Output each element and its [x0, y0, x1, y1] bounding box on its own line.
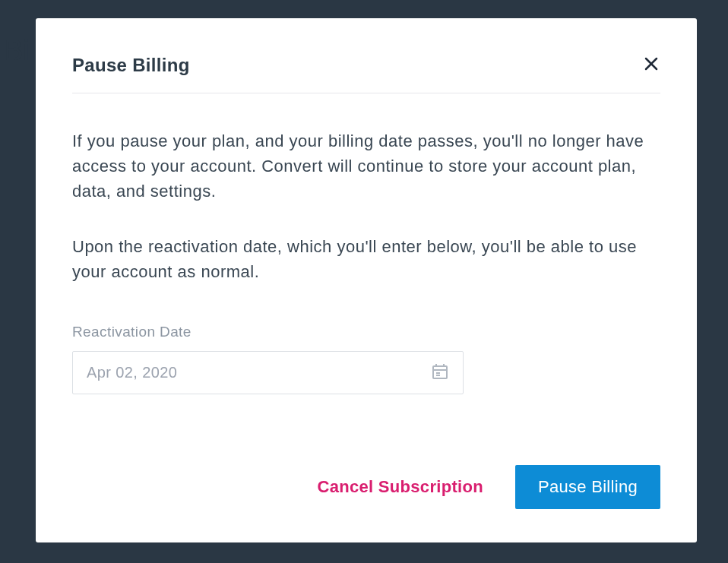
- pause-billing-button[interactable]: Pause Billing: [515, 465, 660, 509]
- reactivation-date-label: Reactivation Date: [72, 324, 660, 340]
- modal-body: If you pause your plan, and your billing…: [72, 93, 660, 394]
- pause-billing-modal: Pause Billing If you pause your plan, an…: [36, 18, 697, 542]
- reactivation-date-input[interactable]: [73, 352, 463, 394]
- cancel-subscription-button[interactable]: Cancel Subscription: [318, 477, 483, 497]
- modal-title: Pause Billing: [72, 55, 190, 76]
- reactivation-date-field-wrapper: [72, 351, 464, 394]
- modal-description-2: Upon the reactivation date, which you'll…: [72, 234, 660, 284]
- modal-header: Pause Billing: [72, 55, 660, 93]
- modal-description-1: If you pause your plan, and your billing…: [72, 128, 660, 204]
- close-button[interactable]: [642, 55, 660, 73]
- modal-footer: Cancel Subscription Pause Billing: [318, 465, 661, 509]
- calendar-icon[interactable]: [431, 362, 449, 384]
- close-icon: [642, 55, 660, 73]
- backdrop-page-title: Bi: [4, 34, 30, 67]
